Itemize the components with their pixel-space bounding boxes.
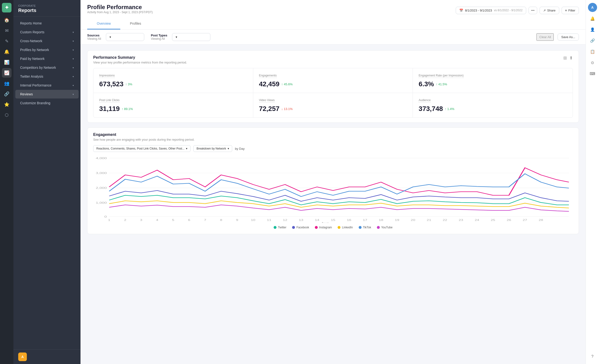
post-types-label: Post Types (151, 34, 167, 37)
engagement-metric-dropdown[interactable]: Reactions, Comments, Shares, Post Link C… (93, 145, 191, 152)
svg-text:23: 23 (459, 219, 463, 222)
team-icon[interactable]: 👥 (2, 79, 11, 88)
svg-text:1: 1 (108, 219, 110, 222)
breakdown-dropdown[interactable]: Breakdown by Network ▾ (193, 145, 232, 152)
share-icon: ↗ (543, 9, 546, 12)
tab-overview[interactable]: Overview (87, 18, 120, 29)
more-options-button[interactable]: ••• (529, 7, 537, 14)
breakdown-value: Breakdown by Network (196, 147, 226, 150)
engagement-subtitle: See how people are engaging with your po… (93, 138, 194, 141)
date-range-value: 8/1/2023 - 9/1/2023 (465, 9, 492, 12)
filters-row: Sources Viewing All ▾ Post Types Viewing… (80, 30, 586, 44)
sidebar-item-competitors-by-network[interactable]: Competitors by Network▾ (15, 63, 79, 72)
sidebar-item-custom-reports[interactable]: Custom Reports▾ (15, 28, 79, 36)
integrations-icon[interactable]: 🔗 (2, 89, 11, 99)
metric-video-views: Video Views 72,257 ↓ 13.1% (253, 93, 413, 117)
sidebar-item-internal-performance[interactable]: Internal Performance▾ (15, 81, 79, 90)
activity-icon[interactable]: 👤 (588, 25, 597, 34)
reports-icon[interactable]: 📈 (2, 68, 11, 78)
analytics-icon[interactable]: 📊 (2, 58, 11, 67)
clear-all-button[interactable]: Clear All (537, 33, 554, 41)
engagement-card: Engagement See how people are engaging w… (87, 127, 579, 234)
date-vs: vs 8/1/2022 - 9/1/2022 (494, 9, 522, 12)
sidebar-brand: Corporate Reports (13, 0, 80, 17)
sidebar-item-reports-home[interactable]: Reports Home (15, 19, 79, 27)
svg-text:Aug: Aug (321, 222, 329, 223)
legend-linkedin: LinkedIn (338, 226, 353, 229)
svg-text:20: 20 (411, 219, 415, 222)
date-range-button[interactable]: 📅 8/1/2023 - 9/1/2023 vs 8/1/2022 - 9/1/… (456, 7, 526, 14)
sidebar-brand-title: Reports (18, 8, 76, 13)
metric-change-post-link-clicks: ↑ 89.1% (122, 107, 133, 111)
legend-label-twitter: Twitter (278, 226, 286, 229)
tabs-bar: OverviewProfiles (87, 18, 579, 29)
keyboard-icon[interactable]: ⌨ (588, 69, 597, 78)
publish-icon[interactable]: ✎ (2, 36, 11, 46)
sidebar-item-cross-network[interactable]: Cross-Network▾ (15, 37, 79, 45)
metric-impressions: Impressions 673,523 ↑ 3% (93, 68, 253, 93)
sidebar-item-label-reviews: Reviews (20, 92, 33, 96)
icon-rail: ✦ 🏠 ✉ ✎ 🔔 📊 📈 👥 🔗 ⭐ ⬡ (0, 0, 13, 364)
grid-view-icon[interactable]: ⊞ (563, 55, 567, 61)
legend-dot-twitter (274, 226, 276, 229)
post-types-dropdown[interactable]: ▾ (172, 33, 210, 41)
metric-value-engagements: 42,459 ↑ 45.6% (259, 80, 407, 88)
inbox-icon[interactable]: ✉ (2, 26, 11, 36)
legend-youtube: YouTube (377, 226, 392, 229)
export-icon[interactable]: ⬆ (569, 55, 573, 61)
sidebar-item-reviews[interactable]: Reviews▾ (15, 90, 79, 98)
help-icon[interactable]: ? (588, 352, 597, 361)
reports-right-icon[interactable]: 📋 (588, 47, 597, 56)
share-button[interactable]: ↗ Share (540, 7, 559, 14)
chevron-down-icon2: ▾ (176, 35, 177, 39)
sidebar-item-paid-by-network[interactable]: Paid by Network▾ (15, 54, 79, 63)
save-as-button[interactable]: Save As... (557, 34, 579, 41)
reviews-icon[interactable]: ⭐ (2, 100, 11, 109)
apps-icon[interactable]: ⬡ (2, 110, 11, 120)
compass-icon[interactable]: ⊙ (588, 58, 597, 67)
sidebar-item-label-reports-home: Reports Home (20, 21, 42, 25)
home-icon[interactable]: 🏠 (2, 15, 11, 25)
svg-text:9: 9 (236, 219, 238, 222)
chevron-icon-profiles-by-network: ▾ (73, 49, 74, 51)
metric-label-impressions: Impressions (99, 74, 115, 78)
metric-engagements: Engagements 42,459 ↑ 45.6% (253, 68, 413, 93)
user-avatar-right[interactable]: A (588, 3, 597, 12)
metric-change-video-views: ↓ 13.1% (281, 107, 292, 111)
chevron-down-icon: ▾ (109, 35, 111, 39)
svg-text:0: 0 (105, 215, 107, 218)
legend-twitter: Twitter (274, 226, 286, 229)
filter-label: Filter (568, 9, 575, 12)
by-day-label: by Day (235, 147, 245, 151)
page-title: Profile Performance (87, 4, 153, 10)
notifications-icon[interactable]: 🔔 (2, 47, 11, 57)
sidebar-item-customize-branding[interactable]: Customize Branding (15, 99, 79, 107)
brand-logo[interactable]: ✦ (2, 3, 11, 12)
perf-summary-subtitle: View your key profile performance metric… (93, 61, 187, 64)
svg-text:13: 13 (299, 219, 303, 222)
svg-text:28: 28 (539, 219, 543, 222)
svg-text:14: 14 (315, 219, 319, 222)
sidebar-item-label-custom-reports: Custom Reports (20, 30, 44, 34)
chart-controls: Reactions, Comments, Shares, Post Link C… (93, 145, 573, 152)
metric-change-engagement-rate: ↑ 41.5% (436, 82, 447, 86)
legend-label-linkedin: LinkedIn (342, 226, 353, 229)
sidebar-item-profiles-by-network[interactable]: Profiles by Network▾ (15, 45, 79, 54)
sources-dropdown[interactable]: ▾ (106, 33, 144, 41)
sidebar-item-twitter-analysis[interactable]: Twitter Analysis▾ (15, 72, 79, 81)
metric-audience: Audience 373,748 ↑ 1.4% (413, 93, 573, 117)
svg-text:2,000: 2,000 (96, 186, 107, 189)
legend-label-instagram: Instagram (319, 226, 332, 229)
notifications-right-icon[interactable]: 🔔 (588, 14, 597, 23)
metric-engagement-rate: Engagement Rate (per Impression) 6.3% ↑ … (413, 68, 573, 93)
tab-profiles[interactable]: Profiles (120, 18, 151, 29)
sidebar-item-label-competitors-by-network: Competitors by Network (20, 66, 56, 70)
svg-text:3,000: 3,000 (96, 172, 107, 174)
chevron-icon-competitors-by-network: ▾ (73, 66, 74, 69)
user-avatar[interactable]: A (18, 353, 27, 361)
svg-text:5: 5 (172, 219, 175, 222)
svg-text:19: 19 (395, 219, 399, 222)
filter-button[interactable]: ≡ Filter (562, 7, 579, 14)
header-top: Profile Performance Activity from Aug 1,… (87, 4, 579, 17)
link-icon[interactable]: 🔗 (588, 36, 597, 45)
